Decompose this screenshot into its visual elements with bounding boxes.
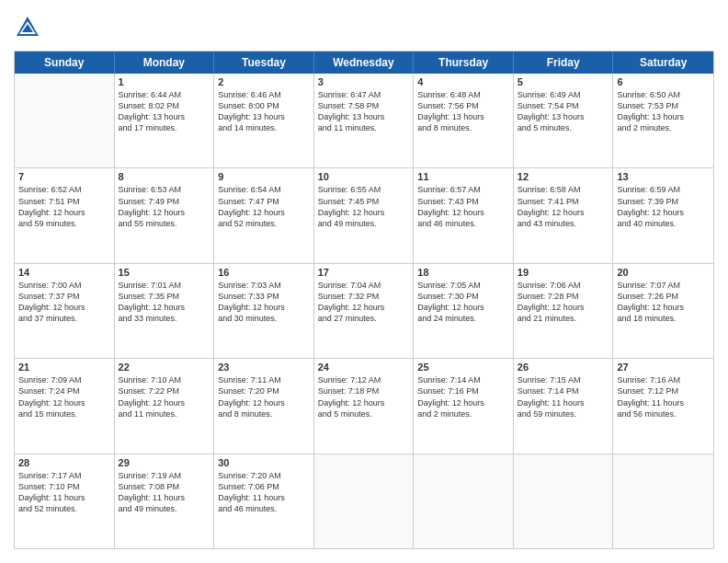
day-number: 5: [518, 76, 609, 87]
calendar-day-3: 3Sunrise: 6:47 AM Sunset: 7:58 PM Daylig…: [314, 74, 415, 167]
calendar-empty-cell: [514, 454, 614, 548]
day-number: 13: [617, 171, 710, 182]
day-number: 21: [18, 362, 110, 373]
calendar-day-22: 22Sunrise: 7:10 AM Sunset: 7:22 PM Dayli…: [115, 359, 215, 453]
calendar-day-10: 10Sunrise: 6:55 AM Sunset: 7:45 PM Dayli…: [314, 168, 415, 262]
calendar-empty-cell: [613, 454, 713, 548]
calendar-day-7: 7Sunrise: 6:52 AM Sunset: 7:51 PM Daylig…: [15, 168, 115, 262]
header-day-saturday: Saturday: [613, 52, 713, 74]
calendar-day-5: 5Sunrise: 6:49 AM Sunset: 7:54 PM Daylig…: [514, 74, 614, 167]
day-number: 18: [417, 267, 509, 278]
day-number: 27: [617, 362, 710, 373]
day-details: Sunrise: 6:44 AM Sunset: 8:02 PM Dayligh…: [119, 89, 210, 134]
day-number: 25: [417, 362, 509, 373]
day-number: 15: [119, 267, 210, 278]
calendar-day-14: 14Sunrise: 7:00 AM Sunset: 7:37 PM Dayli…: [15, 264, 115, 358]
day-number: 8: [119, 171, 210, 182]
calendar-day-24: 24Sunrise: 7:12 AM Sunset: 7:18 PM Dayli…: [314, 359, 415, 453]
calendar-week-5: 28Sunrise: 7:17 AM Sunset: 7:10 PM Dayli…: [15, 454, 713, 548]
calendar-day-16: 16Sunrise: 7:03 AM Sunset: 7:33 PM Dayli…: [214, 264, 314, 358]
day-details: Sunrise: 6:58 AM Sunset: 7:41 PM Dayligh…: [518, 184, 609, 229]
header-day-wednesday: Wednesday: [314, 52, 415, 74]
day-details: Sunrise: 7:05 AM Sunset: 7:30 PM Dayligh…: [417, 280, 509, 325]
logo: [14, 14, 45, 41]
calendar-day-15: 15Sunrise: 7:01 AM Sunset: 7:35 PM Dayli…: [115, 264, 215, 358]
calendar-day-29: 29Sunrise: 7:19 AM Sunset: 7:08 PM Dayli…: [115, 454, 215, 548]
day-details: Sunrise: 7:20 AM Sunset: 7:06 PM Dayligh…: [218, 470, 310, 515]
calendar-day-11: 11Sunrise: 6:57 AM Sunset: 7:43 PM Dayli…: [414, 168, 514, 262]
calendar-day-19: 19Sunrise: 7:06 AM Sunset: 7:28 PM Dayli…: [514, 264, 614, 358]
day-number: 24: [318, 362, 410, 373]
day-details: Sunrise: 6:57 AM Sunset: 7:43 PM Dayligh…: [417, 184, 509, 229]
day-number: 1: [119, 76, 210, 87]
day-details: Sunrise: 7:17 AM Sunset: 7:10 PM Dayligh…: [18, 470, 110, 515]
day-number: 23: [218, 362, 310, 373]
calendar-day-1: 1Sunrise: 6:44 AM Sunset: 8:02 PM Daylig…: [115, 74, 215, 167]
calendar-week-4: 21Sunrise: 7:09 AM Sunset: 7:24 PM Dayli…: [15, 359, 713, 454]
calendar-empty-cell: [15, 74, 115, 167]
day-number: 9: [218, 171, 310, 182]
day-number: 12: [518, 171, 609, 182]
day-number: 16: [218, 267, 310, 278]
day-number: 17: [318, 267, 410, 278]
calendar-day-6: 6Sunrise: 6:50 AM Sunset: 7:53 PM Daylig…: [613, 74, 713, 167]
calendar-day-4: 4Sunrise: 6:48 AM Sunset: 7:56 PM Daylig…: [414, 74, 514, 167]
day-details: Sunrise: 6:50 AM Sunset: 7:53 PM Dayligh…: [617, 89, 710, 134]
day-number: 30: [218, 457, 310, 468]
day-number: 28: [18, 457, 110, 468]
calendar-day-30: 30Sunrise: 7:20 AM Sunset: 7:06 PM Dayli…: [214, 454, 314, 548]
day-details: Sunrise: 7:15 AM Sunset: 7:14 PM Dayligh…: [518, 374, 609, 419]
day-details: Sunrise: 7:00 AM Sunset: 7:37 PM Dayligh…: [18, 280, 110, 325]
day-number: 3: [318, 76, 410, 87]
header-day-sunday: Sunday: [15, 52, 115, 74]
calendar-day-8: 8Sunrise: 6:53 AM Sunset: 7:49 PM Daylig…: [115, 168, 215, 262]
day-details: Sunrise: 7:09 AM Sunset: 7:24 PM Dayligh…: [18, 374, 110, 419]
day-details: Sunrise: 7:16 AM Sunset: 7:12 PM Dayligh…: [617, 374, 710, 419]
day-details: Sunrise: 7:12 AM Sunset: 7:18 PM Dayligh…: [318, 374, 410, 419]
day-details: Sunrise: 6:48 AM Sunset: 7:56 PM Dayligh…: [417, 89, 509, 134]
calendar-week-2: 7Sunrise: 6:52 AM Sunset: 7:51 PM Daylig…: [15, 168, 713, 263]
day-number: 19: [518, 267, 609, 278]
day-number: 26: [518, 362, 609, 373]
calendar-day-25: 25Sunrise: 7:14 AM Sunset: 7:16 PM Dayli…: [414, 359, 514, 453]
day-number: 10: [318, 171, 410, 182]
day-number: 6: [617, 76, 710, 87]
day-number: 14: [18, 267, 110, 278]
calendar-day-18: 18Sunrise: 7:05 AM Sunset: 7:30 PM Dayli…: [414, 264, 514, 358]
header: [14, 14, 714, 41]
calendar-day-2: 2Sunrise: 6:46 AM Sunset: 8:00 PM Daylig…: [214, 74, 314, 167]
day-details: Sunrise: 6:47 AM Sunset: 7:58 PM Dayligh…: [318, 89, 410, 134]
day-details: Sunrise: 7:01 AM Sunset: 7:35 PM Dayligh…: [119, 280, 210, 325]
day-number: 22: [119, 362, 210, 373]
calendar-empty-cell: [314, 454, 415, 548]
header-day-thursday: Thursday: [414, 52, 514, 74]
calendar-body: 1Sunrise: 6:44 AM Sunset: 8:02 PM Daylig…: [15, 74, 713, 548]
day-details: Sunrise: 6:49 AM Sunset: 7:54 PM Dayligh…: [518, 89, 609, 134]
calendar-week-1: 1Sunrise: 6:44 AM Sunset: 8:02 PM Daylig…: [15, 74, 713, 168]
day-number: 29: [119, 457, 210, 468]
calendar-day-17: 17Sunrise: 7:04 AM Sunset: 7:32 PM Dayli…: [314, 264, 415, 358]
day-details: Sunrise: 6:54 AM Sunset: 7:47 PM Dayligh…: [218, 184, 310, 229]
day-details: Sunrise: 7:14 AM Sunset: 7:16 PM Dayligh…: [417, 374, 509, 419]
calendar-day-20: 20Sunrise: 7:07 AM Sunset: 7:26 PM Dayli…: [613, 264, 713, 358]
day-details: Sunrise: 7:11 AM Sunset: 7:20 PM Dayligh…: [218, 374, 310, 419]
day-details: Sunrise: 6:52 AM Sunset: 7:51 PM Dayligh…: [18, 184, 110, 229]
header-day-friday: Friday: [514, 52, 614, 74]
day-details: Sunrise: 7:19 AM Sunset: 7:08 PM Dayligh…: [119, 470, 210, 515]
calendar-day-26: 26Sunrise: 7:15 AM Sunset: 7:14 PM Dayli…: [514, 359, 614, 453]
day-details: Sunrise: 7:04 AM Sunset: 7:32 PM Dayligh…: [318, 280, 410, 325]
day-number: 7: [18, 171, 110, 182]
calendar-week-3: 14Sunrise: 7:00 AM Sunset: 7:37 PM Dayli…: [15, 264, 713, 359]
day-number: 20: [617, 267, 710, 278]
day-details: Sunrise: 6:53 AM Sunset: 7:49 PM Dayligh…: [119, 184, 210, 229]
calendar-empty-cell: [414, 454, 514, 548]
calendar-day-28: 28Sunrise: 7:17 AM Sunset: 7:10 PM Dayli…: [15, 454, 115, 548]
page: SundayMondayTuesdayWednesdayThursdayFrid…: [0, 0, 728, 563]
day-details: Sunrise: 7:07 AM Sunset: 7:26 PM Dayligh…: [617, 280, 710, 325]
calendar: SundayMondayTuesdayWednesdayThursdayFrid…: [14, 51, 714, 549]
calendar-day-9: 9Sunrise: 6:54 AM Sunset: 7:47 PM Daylig…: [214, 168, 314, 262]
calendar-day-12: 12Sunrise: 6:58 AM Sunset: 7:41 PM Dayli…: [514, 168, 614, 262]
calendar-header: SundayMondayTuesdayWednesdayThursdayFrid…: [15, 52, 713, 74]
calendar-day-13: 13Sunrise: 6:59 AM Sunset: 7:39 PM Dayli…: [613, 168, 713, 262]
day-details: Sunrise: 7:03 AM Sunset: 7:33 PM Dayligh…: [218, 280, 310, 325]
